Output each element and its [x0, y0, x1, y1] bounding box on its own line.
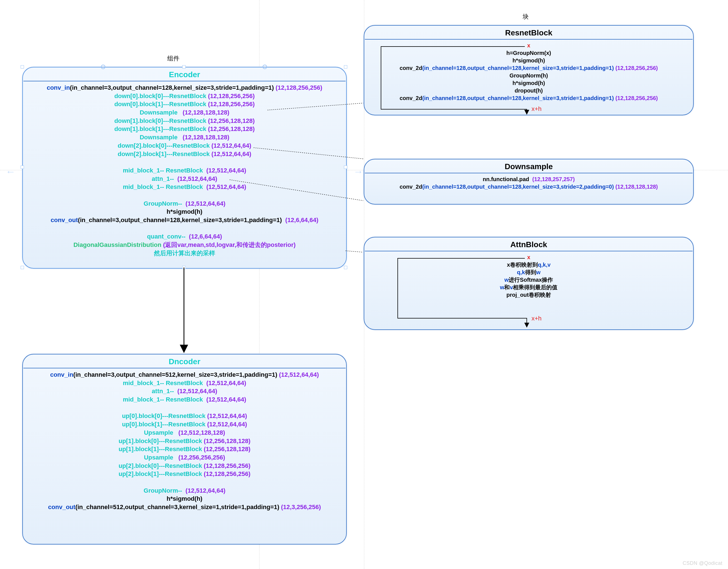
encoder-body: conv_in(in_channel=3,output_channel=128,…	[23, 84, 346, 257]
sel-handle[interactable]	[344, 65, 347, 69]
resnet-body: x h=GroupNorm(x) h*sigmod(h) conv_2d(in_…	[364, 42, 693, 102]
dncoder-title: Dncoder	[23, 357, 346, 366]
attn-title: AttnBlock	[364, 240, 693, 249]
encoder-block[interactable]: Encoder conv_in(in_channel=3,output_chan…	[22, 67, 347, 269]
label-components: 组件	[167, 54, 179, 63]
encoder-sep	[23, 81, 346, 81]
watermark: CSDN @Qodicat	[683, 560, 722, 566]
sel-handle[interactable]	[21, 166, 24, 169]
rot-handle[interactable]	[101, 65, 105, 69]
attn-xh-label: x+h	[532, 315, 542, 322]
sel-handle[interactable]	[344, 266, 347, 269]
attn-body: x x卷积映射到q,k,v q,k得到w w进行Softmax操作 w和v相乘得…	[364, 254, 693, 299]
sel-handle[interactable]	[182, 65, 186, 69]
attn-block[interactable]: AttnBlock x x卷积映射到q,k,v q,k得到w w进行Softma…	[364, 237, 694, 330]
resnet-xh-label: x+h	[532, 105, 542, 112]
dncoder-sep	[23, 368, 346, 368]
rot-handle[interactable]	[263, 65, 267, 69]
dncoder-block[interactable]: Dncoder conv_in(in_channel=3,output_chan…	[22, 354, 347, 544]
downsample-body: nn.functional.pad (12,128,257,257) conv_…	[364, 176, 693, 191]
sel-handle[interactable]	[182, 266, 186, 269]
sel-handle[interactable]	[344, 166, 347, 169]
diagram-canvas: ← → 组件 块 Encoder conv_in(in_channel=3,ou…	[0, 0, 728, 569]
nav-arrow-left[interactable]: ←	[6, 166, 16, 177]
encoder-title: Encoder	[23, 70, 346, 79]
svg-line-4	[346, 251, 363, 252]
label-block: 块	[523, 13, 529, 21]
downsample-sep	[365, 173, 693, 173]
sel-handle[interactable]	[21, 65, 24, 69]
resnet-title: ResnetBlock	[364, 28, 693, 37]
downsample-block[interactable]: Downsample nn.functional.pad (12,128,257…	[364, 159, 694, 205]
dncoder-body: conv_in(in_channel=3,output_channel=512,…	[23, 371, 346, 511]
resnet-block[interactable]: ResnetBlock x h=GroupNorm(x) h*sigmod(h)…	[364, 25, 694, 115]
resnet-sep	[365, 39, 693, 40]
sel-handle[interactable]	[21, 266, 24, 269]
downsample-title: Downsample	[364, 162, 693, 171]
attn-sep	[365, 251, 693, 251]
nav-arrow-right[interactable]: →	[353, 166, 363, 177]
